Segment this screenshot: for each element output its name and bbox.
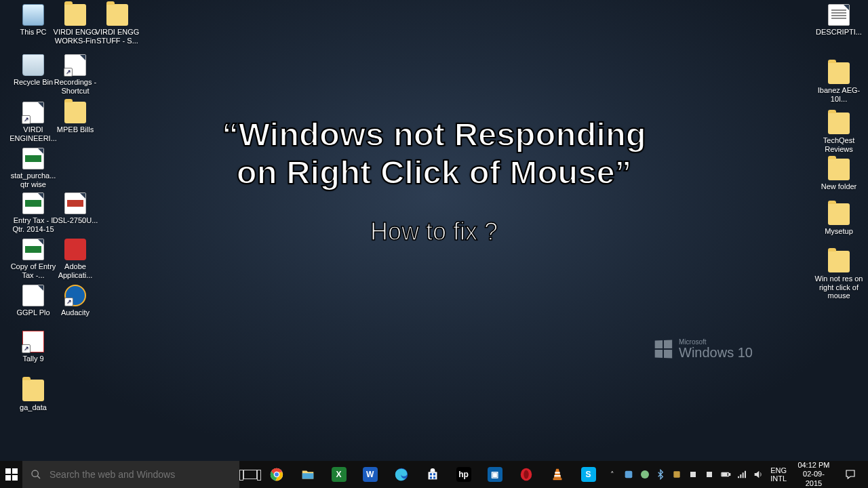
folder-icon bbox=[828, 62, 850, 84]
desktop-icon-label: Audacity bbox=[50, 308, 100, 317]
desktop-icon-mpeb-bills[interactable]: MPEB Bills bbox=[50, 102, 100, 134]
folder-icon bbox=[828, 159, 850, 180]
desktop-icon-label: Ibanez AEG-10I... bbox=[814, 86, 864, 103]
desktop-icon-adobe-application[interactable]: Adobe Applicati... bbox=[50, 239, 100, 279]
language-indicator[interactable]: ENG INTL bbox=[766, 466, 791, 483]
desktop-icon-label: DSL-2750U... bbox=[50, 216, 100, 225]
folder-icon bbox=[64, 4, 86, 26]
vlc-icon bbox=[550, 467, 565, 482]
desktop-icon-label: TechQest Reviews bbox=[814, 136, 864, 153]
folder-icon bbox=[22, 380, 44, 401]
svg-rect-15 bbox=[625, 471, 632, 479]
taskbar-pin-chrome[interactable] bbox=[261, 461, 292, 488]
chrome-icon bbox=[269, 467, 284, 482]
edge-icon bbox=[394, 467, 409, 482]
desktop-icon-label: Tally 9 bbox=[8, 354, 58, 363]
action-center-button[interactable] bbox=[837, 468, 865, 481]
taskbar-pin-word[interactable]: W bbox=[355, 461, 386, 488]
desktop-icon-description-txt[interactable]: DESCRIPTI... bbox=[814, 4, 864, 37]
xls-icon bbox=[22, 192, 44, 214]
svg-point-11 bbox=[524, 470, 528, 479]
desktop-icon-label: VIRDI ENGG STUFF - S... bbox=[92, 28, 142, 45]
folder-icon bbox=[828, 251, 850, 272]
svg-rect-22 bbox=[723, 474, 728, 476]
desktop-icon-virdi-engg-stuff-s[interactable]: VIRDI ENGG STUFF - S... bbox=[92, 4, 142, 45]
file-icon bbox=[22, 102, 44, 123]
svg-point-0 bbox=[32, 470, 38, 476]
tray-battery-icon[interactable] bbox=[717, 461, 734, 488]
tray-icon-2[interactable] bbox=[637, 461, 653, 488]
hp-icon: hp bbox=[456, 467, 471, 482]
desktop-icon-techqest-reviews[interactable]: TechQest Reviews bbox=[814, 113, 864, 153]
clock-time: 04:12 PM bbox=[796, 461, 831, 470]
taskbar-pinned-apps: XWhp▣S bbox=[261, 461, 604, 488]
desktop-icon-stat-purchase[interactable]: stat_purcha... qtr wise bbox=[8, 148, 58, 188]
desktop-icon-label: MPEB Bills bbox=[50, 125, 100, 134]
overlay-line2: How to fix ? bbox=[0, 218, 868, 246]
tray-network-icon[interactable] bbox=[734, 461, 750, 488]
desktop[interactable]: This PCVIRDI ENGG WORKS-FinVIRDI ENGG ST… bbox=[0, 0, 868, 461]
desktop-icon-ibanez-aeg-10i[interactable]: Ibanez AEG-10I... bbox=[814, 62, 864, 103]
clock[interactable]: 04:12 PM 02-09-2015 bbox=[791, 461, 837, 488]
svg-rect-18 bbox=[690, 472, 696, 477]
svg-point-16 bbox=[641, 470, 649, 479]
svg-rect-8 bbox=[430, 476, 432, 479]
desktop-icon-audacity[interactable]: Audacity bbox=[50, 285, 100, 317]
svg-rect-19 bbox=[707, 472, 712, 477]
desktop-icon-mysetup[interactable]: Mysetup bbox=[814, 203, 864, 236]
lang-line1: ENG bbox=[770, 466, 787, 474]
taskbar-pin-hp[interactable]: hp bbox=[448, 461, 479, 488]
desktop-icon-dsl-2750u[interactable]: DSL-2750U... bbox=[50, 192, 100, 225]
desktop-icon-label: New folder bbox=[814, 182, 864, 191]
desktop-icon-tally-9[interactable]: Tally 9 bbox=[8, 331, 58, 363]
clock-date: 02-09-2015 bbox=[796, 470, 831, 487]
svg-rect-21 bbox=[730, 474, 730, 476]
svg-rect-13 bbox=[555, 472, 559, 473]
watermark-big: Windows bbox=[679, 345, 734, 360]
taskbar-pin-excel[interactable]: X bbox=[323, 461, 355, 488]
desktop-icon-label: Mysetup bbox=[814, 227, 864, 236]
pdf-icon bbox=[64, 192, 86, 214]
svg-line-1 bbox=[37, 476, 40, 479]
pc-icon bbox=[22, 4, 44, 26]
overlay-text: “Windows not Respondingon Right Click of… bbox=[0, 115, 868, 246]
tray-overflow-button[interactable]: ˄ bbox=[604, 461, 620, 488]
tray-bluetooth-icon[interactable] bbox=[652, 461, 669, 488]
start-button[interactable] bbox=[0, 461, 22, 488]
excel-icon: X bbox=[332, 467, 347, 482]
task-view-button[interactable] bbox=[239, 461, 261, 488]
file-icon bbox=[64, 54, 86, 76]
notification-icon bbox=[844, 468, 856, 481]
desktop-icon-label: Recordings - Shortcut bbox=[50, 78, 100, 95]
start-icon bbox=[5, 468, 18, 481]
store-icon bbox=[425, 467, 440, 482]
tray-icon-1[interactable] bbox=[620, 461, 637, 488]
desktop-icon-win-not-res-folder[interactable]: Win not res on right click of mouse bbox=[814, 251, 864, 300]
system-tray: ˄ ENG INTL 04:12 PM 02-09-2015 bbox=[604, 461, 868, 488]
desktop-icon-new-folder[interactable]: New folder bbox=[814, 159, 864, 191]
taskbar-pin-skype[interactable]: S bbox=[573, 461, 604, 488]
taskbar-pin-opera[interactable] bbox=[511, 461, 542, 488]
desktop-icon-label: DESCRIPTI... bbox=[814, 28, 864, 37]
overlay-line1a: “Windows not Responding bbox=[222, 116, 646, 152]
search-box[interactable] bbox=[22, 461, 239, 488]
search-input[interactable] bbox=[50, 469, 231, 480]
overlay-line1b: on Right Click of Mouse” bbox=[237, 154, 632, 190]
folder-icon bbox=[64, 102, 86, 123]
desktop-icon-recordings-shortcut[interactable]: Recordings - Shortcut bbox=[50, 54, 100, 95]
tray-icon-4[interactable] bbox=[669, 461, 685, 488]
tray-icon-5[interactable] bbox=[685, 461, 701, 488]
file-explorer-icon bbox=[300, 467, 315, 482]
tally-icon bbox=[22, 331, 44, 352]
word-icon: W bbox=[363, 467, 378, 482]
tray-icon-6[interactable] bbox=[701, 461, 717, 488]
taskbar-pin-store[interactable] bbox=[417, 461, 448, 488]
taskbar-pin-vlc[interactable] bbox=[542, 461, 573, 488]
taskbar-pin-file-explorer[interactable] bbox=[292, 461, 323, 488]
taskbar-pin-edge[interactable] bbox=[386, 461, 417, 488]
desktop-icon-ga-data[interactable]: ga_data bbox=[8, 380, 58, 412]
taskbar-pin-dropbox[interactable]: ▣ bbox=[479, 461, 511, 488]
svg-rect-6 bbox=[430, 473, 432, 475]
skype-icon: S bbox=[581, 467, 596, 482]
tray-volume-icon[interactable] bbox=[750, 461, 766, 488]
